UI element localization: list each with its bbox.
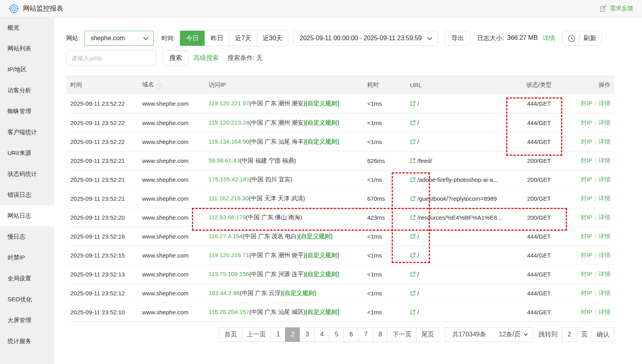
advanced-search-link[interactable]: 高级搜索 [193,54,219,62]
ban-ip-link[interactable]: 封IP [581,214,592,220]
row-detail-link[interactable]: 详情 [599,176,610,183]
ban-ip-link[interactable]: 封IP [581,308,592,315]
cell-time: 2025-09-11 23:52:13 [66,265,138,284]
row-detail-link[interactable]: 详情 [599,119,610,126]
sidebar-item-8[interactable]: 状态码统计 [0,164,54,185]
refresh-button[interactable]: 刷新 [584,34,596,43]
table-row: 2025-09-11 23:52:10 www.shephe.com 116.2… [66,302,614,321]
ip-link[interactable]: 59.58.61.43 [208,157,240,164]
sidebar-item-14[interactable]: SEO优化 [0,289,54,310]
page-number-button-4[interactable]: 4 [314,327,329,342]
sidebar-item-7[interactable]: URI/来源 [0,143,54,164]
ip-link[interactable]: 111.162.215.30 [208,195,249,202]
ban-ip-link[interactable]: 封IP [581,119,592,126]
row-detail-link[interactable]: 详情 [599,138,610,145]
sidebar-item-1[interactable]: 概览 [0,17,54,38]
ip-link[interactable]: 183.44.2.96 [208,289,240,296]
page-number-button-5[interactable]: 5 [329,327,344,342]
next-page-button[interactable]: 下一页 [387,327,417,342]
ban-ip-link[interactable]: 封IP [581,138,592,145]
feedback-link[interactable]: 需求反馈 [600,5,633,12]
sidebar-item-2[interactable]: 网站列表 [0,38,54,59]
sidebar-item-16[interactable]: 统计服务 [0,331,54,352]
help-question-icon[interactable]: ? [156,83,162,89]
ban-ip-link[interactable]: 封IP [581,100,592,106]
sidebar-item-10[interactable]: 网站日志 [0,205,54,226]
site-select[interactable]: shephe.com [84,31,154,46]
external-link-icon[interactable] [410,252,416,258]
time-button[interactable]: 昨日 [205,31,229,46]
sidebar-item-9[interactable]: 错误日志 [0,185,54,205]
log-size-label: 日志大小: [477,34,504,43]
last-page-button[interactable]: 尾页 [416,327,439,342]
page-number-button-1[interactable]: 1 [270,327,285,342]
sidebar-item-12[interactable]: 封禁IP [0,247,54,268]
time-button[interactable]: 近30天 [257,31,288,46]
ip-link[interactable]: 116.26.204.157 [208,308,249,315]
page-number-button-8[interactable]: 8 [373,327,388,342]
ip-link[interactable]: 119.120.221.97 [208,100,249,106]
page-number-button-2[interactable]: 2 [285,327,300,342]
row-detail-link[interactable]: 详情 [599,195,610,202]
export-button[interactable]: 导出 [445,31,471,46]
cell-duration: 423ms [363,208,406,227]
external-link-icon[interactable] [410,233,416,239]
sidebar-item-3[interactable]: IP/地区 [0,59,54,80]
confirm-button[interactable]: 确认 [591,327,614,342]
external-link-icon[interactable] [410,196,416,202]
ip-link[interactable]: 119.134.164.90 [208,138,249,145]
sidebar-item-6[interactable]: 客户端统计 [0,122,54,143]
ban-ip-link[interactable]: 封IP [581,289,592,296]
ip-link[interactable]: 113.75.109.156 [208,271,249,277]
external-link-icon[interactable] [410,139,416,145]
external-link-icon[interactable] [410,177,416,183]
search-button[interactable]: 搜索 [163,50,189,65]
ban-ip-link[interactable]: 封IP [581,233,592,239]
ban-ip-link[interactable]: 封IP [581,176,592,183]
ip-link[interactable]: 119.120.223.24 [208,119,249,126]
external-link-icon[interactable] [410,290,416,296]
row-detail-link[interactable]: 详情 [599,233,610,239]
row-detail-link[interactable]: 详情 [599,271,610,277]
ban-ip-link[interactable]: 封IP [581,252,592,258]
external-link-icon[interactable] [410,271,416,277]
sidebar-item-5[interactable]: 蜘蛛管理 [0,101,54,122]
sidebar-item-13[interactable]: 全局设置 [0,268,54,289]
page-number-button-7[interactable]: 7 [358,327,373,342]
page-number-button-6[interactable]: 6 [344,327,359,342]
row-detail-link[interactable]: 详情 [599,214,610,220]
ip-link[interactable]: 112.93.68.179 [208,214,246,220]
date-range-picker[interactable]: 2025-09-11 00:00:00 - 2025-09-11 23:59:5… [293,31,438,46]
page-number-button-3[interactable]: 3 [300,327,315,342]
first-page-button[interactable]: 首页 [219,327,242,342]
ban-ip-link[interactable]: 封IP [581,195,592,202]
row-detail-link[interactable]: 详情 [599,308,610,315]
ip-link[interactable]: 175.155.42.181 [208,176,250,183]
prev-page-button[interactable]: 上一页 [242,327,271,342]
row-detail-link[interactable]: 详情 [599,289,610,296]
log-detail-link[interactable]: 详情 [543,34,555,43]
external-link-icon[interactable] [410,215,416,220]
external-link-icon[interactable] [410,158,416,164]
row-detail-link[interactable]: 详情 [599,252,610,258]
external-link-icon[interactable] [410,309,416,315]
ip-link[interactable]: 116.27.4.154 [208,233,242,239]
sidebar-item-4[interactable]: 访客分析 [0,80,54,101]
row-detail-link[interactable]: 详情 [599,157,610,164]
history-clock-icon[interactable] [568,35,575,42]
search-input[interactable] [66,50,156,65]
page-size-select[interactable]: 12条/页 [493,330,533,339]
ip-link[interactable]: 119.120.216.71 [208,252,249,258]
sidebar-item-15[interactable]: 大屏管理 [0,310,54,331]
row-detail-link[interactable]: 详情 [599,100,610,106]
jump-label: 跳转到 [539,330,558,339]
custom-rule-tag: [自定义规则] [306,100,339,106]
time-button[interactable]: 今日 [180,31,205,46]
external-link-icon[interactable] [410,101,416,106]
ban-ip-link[interactable]: 封IP [581,271,592,277]
ban-ip-link[interactable]: 封IP [581,157,592,164]
jump-page-input[interactable] [561,327,577,342]
time-button[interactable]: 近7天 [229,31,257,46]
sidebar-item-11[interactable]: 慢日志 [0,226,54,247]
external-link-icon[interactable] [410,120,416,126]
